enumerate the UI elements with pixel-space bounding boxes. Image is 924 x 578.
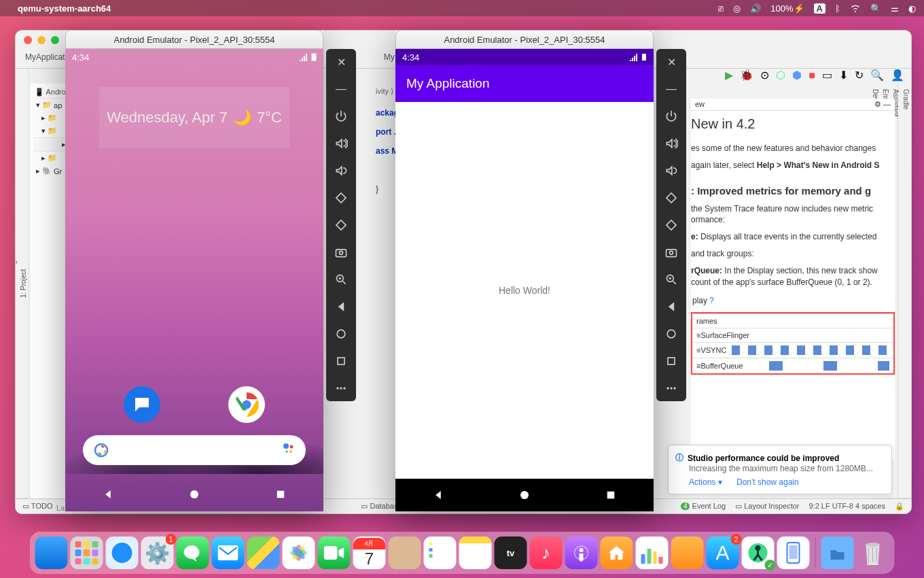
- rotate-left-icon[interactable]: [664, 190, 679, 205]
- control-center-icon[interactable]: ⚌: [891, 3, 899, 14]
- emulator-titlebar[interactable]: Android Emulator - Pixel_2_API_30:5554: [395, 30, 654, 49]
- rotate-left-icon[interactable]: [334, 190, 349, 205]
- back-button[interactable]: [432, 489, 444, 501]
- dock-photos-icon[interactable]: [283, 537, 315, 569]
- dock-tv-icon[interactable]: tv: [495, 537, 527, 569]
- dock-music-icon[interactable]: ♪: [530, 537, 563, 569]
- sdk-button[interactable]: ⬇: [839, 69, 848, 82]
- dock-safari-icon[interactable]: [106, 537, 139, 569]
- sync-button[interactable]: ↻: [855, 69, 864, 82]
- emulator-screen[interactable]: 4:34 Wednesday, Apr 7 🌙 7°C: [65, 49, 323, 511]
- minimize-icon[interactable]: —: [334, 82, 349, 97]
- app-name[interactable]: qemu-system-aarch64: [18, 3, 111, 14]
- messages-app-icon[interactable]: [124, 386, 160, 423]
- dock-mail-icon[interactable]: [212, 537, 245, 569]
- google-search-bar[interactable]: [83, 435, 306, 465]
- dont-show-link[interactable]: Don't show again: [736, 477, 799, 487]
- whatsnew-tab[interactable]: ew: [695, 100, 705, 109]
- tool-project[interactable]: 1: Project: [18, 69, 29, 498]
- debug-button[interactable]: 🐞: [740, 69, 753, 82]
- dock-settings-icon[interactable]: ⚙️1: [141, 537, 174, 569]
- attach-button[interactable]: ⬢: [792, 69, 802, 82]
- settings-gear-icon[interactable]: ⚙ —: [874, 100, 891, 109]
- coverage-button[interactable]: ⬡: [776, 69, 785, 82]
- close-icon[interactable]: ✕: [664, 54, 679, 69]
- stop-button[interactable]: ■: [808, 69, 815, 82]
- avd-button[interactable]: ▭: [822, 69, 832, 82]
- dock-contacts-icon[interactable]: [389, 537, 421, 569]
- screenshot-icon[interactable]: [664, 245, 679, 260]
- ext-overview-icon[interactable]: [334, 354, 349, 369]
- ext-home-icon[interactable]: [334, 326, 349, 341]
- dock-maps-icon[interactable]: [247, 537, 280, 569]
- power-icon[interactable]: [664, 109, 679, 124]
- dock-downloads-icon[interactable]: [821, 537, 854, 569]
- input-source-icon[interactable]: A: [814, 3, 825, 14]
- dock-finder-icon[interactable]: [35, 537, 68, 569]
- bluetooth-icon[interactable]: ᛒ: [835, 3, 840, 14]
- track-row: ≡ SurfaceFlinger: [692, 328, 893, 342]
- dock-emulator-icon[interactable]: [777, 537, 810, 569]
- tool-resource-manager[interactable]: Resource Manager: [15, 69, 18, 498]
- ext-overview-icon[interactable]: [664, 354, 679, 369]
- zoom-icon[interactable]: [334, 272, 349, 287]
- dock-calendar-icon[interactable]: 4月7: [353, 537, 386, 569]
- battery-status[interactable]: 100% ⚡: [770, 3, 804, 14]
- dock-android-studio-icon[interactable]: ✓: [742, 537, 775, 569]
- profile-button[interactable]: ⊙: [760, 69, 769, 82]
- home-button[interactable]: [518, 489, 531, 501]
- lock-icon[interactable]: 🔒: [895, 502, 904, 511]
- siri-icon[interactable]: ◐: [908, 3, 916, 14]
- ext-back-icon[interactable]: [664, 299, 679, 314]
- back-button[interactable]: [102, 488, 114, 500]
- volume-up-icon[interactable]: [334, 136, 349, 151]
- actions-link[interactable]: Actions ▾: [689, 477, 722, 487]
- emulator-titlebar[interactable]: Android Emulator - Pixel_2_API_30:5554: [65, 30, 323, 49]
- more-icon[interactable]: [664, 381, 679, 396]
- dock-podcasts-icon[interactable]: [565, 537, 598, 569]
- screenshot-icon[interactable]: [334, 245, 349, 260]
- emulator-screen[interactable]: 4:34 My Application Hello World!: [395, 49, 654, 511]
- volume-down-icon[interactable]: [334, 163, 349, 178]
- overview-button[interactable]: [605, 489, 617, 501]
- spotlight-icon[interactable]: 🔍: [870, 3, 881, 14]
- volume-icon[interactable]: 🔊: [750, 3, 761, 14]
- more-icon[interactable]: [334, 381, 349, 396]
- dock-home-icon[interactable]: [601, 537, 633, 569]
- dock-launchpad-icon[interactable]: [71, 537, 103, 569]
- ext-back-icon[interactable]: [334, 299, 349, 314]
- power-icon[interactable]: [334, 109, 349, 124]
- wifi-icon[interactable]: [850, 4, 861, 12]
- account-icon[interactable]: 👤: [891, 69, 904, 82]
- dock-notes-icon[interactable]: [459, 537, 492, 569]
- overview-button[interactable]: [274, 488, 287, 500]
- rotate-right-icon[interactable]: [664, 218, 679, 233]
- dock-appstore-icon[interactable]: A2: [707, 537, 739, 569]
- dock-facetime-icon[interactable]: [318, 537, 351, 569]
- rotate-right-icon[interactable]: [334, 218, 349, 233]
- volume-up-icon[interactable]: [664, 136, 679, 151]
- assistant-icon[interactable]: [283, 443, 295, 458]
- event-log[interactable]: 4 Event Log: [681, 502, 726, 511]
- dock-stats-icon[interactable]: [636, 537, 669, 569]
- window-traffic-lights[interactable]: [24, 36, 59, 44]
- home-button[interactable]: [188, 488, 200, 500]
- tool-gradle[interactable]: Gradle: [901, 84, 911, 498]
- dock-messages-icon[interactable]: [177, 537, 209, 569]
- screen-mirror-icon[interactable]: ⎚: [718, 3, 724, 14]
- ext-home-icon[interactable]: [664, 326, 679, 341]
- weather-widget[interactable]: Wednesday, Apr 7 🌙 7°C: [99, 87, 289, 148]
- minimize-icon[interactable]: —: [664, 82, 679, 97]
- todo-tool[interactable]: ▭ TODO: [22, 502, 52, 511]
- layout-inspector[interactable]: ▭ Layout Inspector: [735, 502, 799, 511]
- zoom-icon[interactable]: [664, 272, 679, 287]
- search-button[interactable]: 🔍: [870, 69, 884, 82]
- dock-reminders-icon[interactable]: [424, 537, 457, 569]
- dock-trash-icon[interactable]: [857, 537, 889, 569]
- run-button[interactable]: ▶: [725, 69, 733, 82]
- dock-pages-icon[interactable]: [671, 537, 704, 569]
- close-icon[interactable]: ✕: [334, 54, 349, 69]
- chrome-app-icon[interactable]: [228, 386, 265, 423]
- volume-down-icon[interactable]: [664, 163, 679, 178]
- airplay-icon[interactable]: ◎: [733, 3, 741, 14]
